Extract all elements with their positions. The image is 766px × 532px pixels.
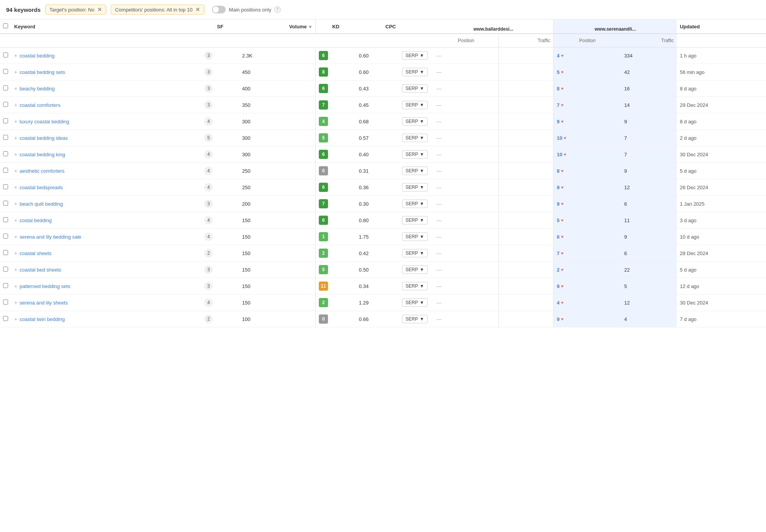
row-add-icon[interactable]: + — [14, 300, 17, 306]
row-serp-button[interactable]: SERP ▼ — [402, 117, 428, 126]
filter-tag-competitors-close[interactable]: ✕ — [195, 7, 200, 13]
row-serp-cell[interactable]: SERP ▼ — [399, 245, 433, 262]
row-checkbox-cell[interactable] — [0, 163, 11, 179]
row-serp-cell[interactable]: SERP ▼ — [399, 295, 433, 311]
row-keyword-link[interactable]: beachy bedding — [20, 86, 55, 92]
row-keyword-link[interactable]: serena and lily sheets — [20, 300, 68, 306]
row-add-icon[interactable]: + — [14, 217, 17, 223]
row-checkbox-cell[interactable] — [0, 278, 11, 295]
row-serp-cell[interactable]: SERP ▼ — [399, 196, 433, 212]
row-keyword-link[interactable]: patterned bedding sets — [20, 283, 70, 289]
row-serp-cell[interactable]: SERP ▼ — [399, 130, 433, 146]
row-checkbox-cell[interactable] — [0, 179, 11, 196]
filter-tag-target-close[interactable]: ✕ — [97, 7, 102, 13]
row-checkbox[interactable] — [3, 135, 8, 140]
row-keyword-link[interactable]: aesthetic comforters — [20, 168, 64, 174]
row-keyword-link[interactable]: serena and lily bedding sale — [20, 234, 81, 240]
row-serp-cell[interactable]: SERP ▼ — [399, 64, 433, 80]
row-add-icon[interactable]: + — [14, 118, 17, 124]
row-add-icon[interactable]: + — [14, 250, 17, 256]
row-add-icon[interactable]: + — [14, 85, 17, 92]
row-checkbox-cell[interactable] — [0, 196, 11, 212]
row-checkbox-cell[interactable] — [0, 245, 11, 262]
row-checkbox[interactable] — [3, 201, 8, 206]
row-checkbox[interactable] — [3, 250, 8, 255]
row-checkbox[interactable] — [3, 234, 8, 239]
row-serp-button[interactable]: SERP ▼ — [402, 167, 428, 175]
row-serp-button[interactable]: SERP ▼ — [402, 249, 428, 257]
row-serp-button[interactable]: SERP ▼ — [402, 315, 428, 323]
row-add-icon[interactable]: + — [14, 184, 17, 190]
row-checkbox[interactable] — [3, 52, 8, 57]
row-serp-cell[interactable]: SERP ▼ — [399, 212, 433, 229]
row-keyword-link[interactable]: luxury coastal bedding — [20, 119, 69, 124]
row-add-icon[interactable]: + — [14, 69, 17, 75]
row-checkbox-cell[interactable] — [0, 97, 11, 113]
main-positions-toggle[interactable] — [212, 6, 226, 13]
row-checkbox-cell[interactable] — [0, 80, 11, 97]
row-checkbox-cell[interactable] — [0, 295, 11, 311]
row-keyword-link[interactable]: costal bedding — [20, 218, 52, 223]
row-serp-cell[interactable]: SERP ▼ — [399, 179, 433, 196]
help-icon[interactable]: ? — [274, 7, 280, 13]
row-add-icon[interactable]: + — [14, 102, 17, 108]
row-add-icon[interactable]: + — [14, 201, 17, 207]
row-checkbox-cell[interactable] — [0, 212, 11, 229]
row-add-icon[interactable]: + — [14, 151, 17, 157]
row-checkbox-cell[interactable] — [0, 262, 11, 278]
row-serp-button[interactable]: SERP ▼ — [402, 265, 428, 274]
row-keyword-link[interactable]: coastal bedding king — [20, 152, 65, 157]
row-add-icon[interactable]: + — [14, 234, 17, 240]
select-all-checkbox[interactable] — [3, 23, 8, 28]
row-serp-button[interactable]: SERP ▼ — [402, 150, 428, 159]
row-checkbox[interactable] — [3, 151, 8, 156]
row-checkbox[interactable] — [3, 184, 8, 189]
row-checkbox[interactable] — [3, 168, 8, 173]
row-checkbox[interactable] — [3, 69, 8, 74]
row-serp-button[interactable]: SERP ▼ — [402, 134, 428, 142]
row-keyword-link[interactable]: coastal comforters — [20, 102, 60, 108]
row-add-icon[interactable]: + — [14, 283, 17, 289]
row-serp-cell[interactable]: SERP ▼ — [399, 80, 433, 97]
row-serp-cell[interactable]: SERP ▼ — [399, 262, 433, 278]
row-checkbox-cell[interactable] — [0, 64, 11, 80]
row-checkbox[interactable] — [3, 85, 8, 90]
row-keyword-link[interactable]: coastal bed sheets — [20, 267, 61, 273]
row-add-icon[interactable]: + — [14, 135, 17, 141]
row-serp-button[interactable]: SERP ▼ — [402, 84, 428, 93]
row-add-icon[interactable]: + — [14, 168, 17, 174]
row-checkbox-cell[interactable] — [0, 229, 11, 245]
row-serp-cell[interactable]: SERP ▼ — [399, 47, 433, 64]
row-keyword-link[interactable]: beach quilt bedding — [20, 201, 63, 207]
row-checkbox-cell[interactable] — [0, 113, 11, 130]
row-keyword-link[interactable]: coastal twin bedding — [20, 316, 65, 322]
row-checkbox-cell[interactable] — [0, 47, 11, 64]
row-serp-cell[interactable]: SERP ▼ — [399, 97, 433, 113]
row-checkbox-cell[interactable] — [0, 130, 11, 146]
row-serp-button[interactable]: SERP ▼ — [402, 232, 428, 241]
row-serp-button[interactable]: SERP ▼ — [402, 216, 428, 224]
row-serp-cell[interactable]: SERP ▼ — [399, 113, 433, 130]
row-checkbox[interactable] — [3, 316, 8, 321]
row-checkbox[interactable] — [3, 300, 8, 304]
row-checkbox[interactable] — [3, 283, 8, 288]
row-serp-button[interactable]: SERP ▼ — [402, 51, 428, 60]
row-serp-cell[interactable]: SERP ▼ — [399, 278, 433, 295]
row-checkbox[interactable] — [3, 267, 8, 272]
row-serp-cell[interactable]: SERP ▼ — [399, 163, 433, 179]
row-serp-cell[interactable]: SERP ▼ — [399, 311, 433, 327]
row-checkbox[interactable] — [3, 102, 8, 107]
row-keyword-link[interactable]: coastal bedding — [20, 53, 54, 59]
row-serp-button[interactable]: SERP ▼ — [402, 183, 428, 192]
row-add-icon[interactable]: + — [14, 316, 17, 322]
row-keyword-link[interactable]: coastal bedding sets — [20, 69, 65, 75]
row-keyword-link[interactable]: coastal bedspreads — [20, 185, 63, 190]
row-add-icon[interactable]: + — [14, 267, 17, 273]
row-checkbox[interactable] — [3, 217, 8, 222]
row-keyword-link[interactable]: coastal sheets — [20, 250, 51, 256]
row-checkbox-cell[interactable] — [0, 146, 11, 163]
row-serp-button[interactable]: SERP ▼ — [402, 200, 428, 208]
row-serp-cell[interactable]: SERP ▼ — [399, 229, 433, 245]
row-add-icon[interactable]: + — [14, 52, 17, 59]
row-serp-button[interactable]: SERP ▼ — [402, 282, 428, 290]
